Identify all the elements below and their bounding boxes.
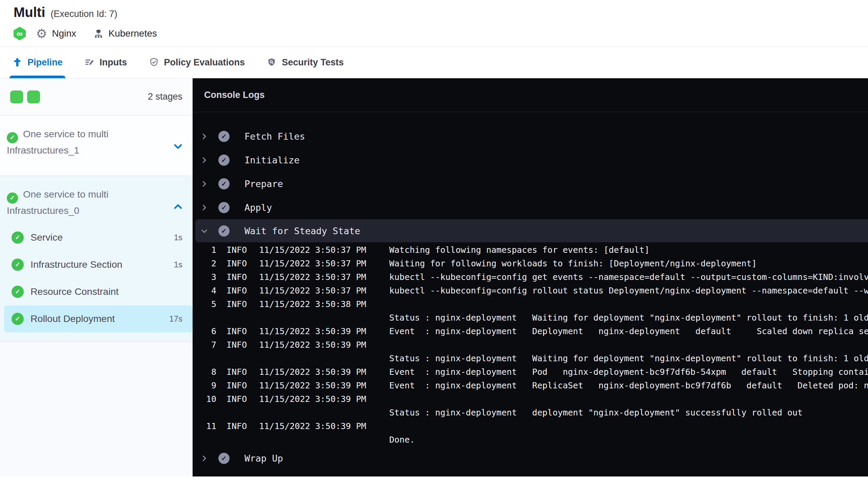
tab-security-tests[interactable]: Security Tests [267, 47, 344, 78]
policy-evaluations-icon [149, 57, 159, 67]
log-lines: 1INFO11/15/2022 3:50:37 PMWatching follo… [193, 242, 868, 446]
console-step-wrap-up[interactable]: ✓Wrap Up [193, 446, 868, 470]
console-step-prepare[interactable]: ✓Prepare [193, 172, 868, 196]
stage-status-square[interactable] [27, 90, 40, 103]
tab-label: Security Tests [282, 57, 344, 68]
main-content: 2 stages ✓One service to multi Infrastru… [0, 78, 868, 476]
step-label: Resource Constraint [31, 286, 119, 297]
infrastructure-name[interactable]: Kubernetes [108, 28, 157, 39]
sidebar-step-service[interactable]: ✓Service1s [0, 224, 193, 251]
log-level: INFO [226, 381, 248, 390]
log-line-number: 9 [193, 381, 216, 390]
log-line-number: 8 [193, 367, 216, 377]
sidebar-step-infrastructure-section[interactable]: ✓Infrastructure Section1s [0, 251, 193, 278]
chevron-right-icon[interactable] [200, 156, 210, 164]
check-circle-icon: ✓ [218, 225, 230, 237]
log-message: Status : nginx-deployment Waiting for de… [389, 313, 868, 323]
stages-sidebar: 2 stages ✓One service to multi Infrastru… [0, 78, 193, 476]
log-line: 7INFO11/15/2022 3:50:39 PM [193, 338, 868, 351]
log-line-number: 5 [193, 299, 216, 309]
tab-pipeline[interactable]: Pipeline [12, 47, 63, 78]
check-circle-icon: ✓ [218, 178, 230, 189]
chevron-down-icon[interactable] [172, 141, 184, 152]
log-line: 6INFO11/15/2022 3:50:39 PMEvent : nginx-… [193, 324, 868, 338]
sidebar-empty-area [0, 342, 193, 477]
log-timestamp: 11/15/2022 3:50:37 PM [259, 286, 368, 296]
chevron-right-icon[interactable] [200, 180, 210, 188]
pipeline-icon [12, 57, 22, 67]
service-name[interactable]: Nginx [52, 28, 76, 39]
console-body: ✓Fetch Files✓Initialize✓Prepare✓Apply✓Wa… [193, 112, 868, 470]
tab-label: Pipeline [27, 57, 63, 68]
check-circle-icon: ✓ [12, 286, 24, 298]
log-line: 2INFO11/15/2022 3:50:37 PMWaiting for fo… [193, 257, 868, 270]
harness-cd-icon: ∞ [14, 27, 26, 40]
stage-minimap [10, 90, 44, 103]
sidebar-step-rollout-deployment[interactable]: ✓Rollout Deployment17s [4, 305, 193, 332]
chevron-right-icon[interactable] [200, 203, 210, 212]
step-label: Infrastructure Section [31, 259, 122, 270]
log-level: INFO [226, 421, 248, 431]
service-gear-icon: ⚙ [36, 27, 47, 40]
check-circle-icon: ✓ [7, 192, 18, 204]
log-timestamp: 11/15/2022 3:50:39 PM [259, 340, 368, 350]
page-title: Multi [14, 5, 45, 20]
log-line-number: 11 [193, 421, 216, 431]
log-line-number: 1 [193, 245, 216, 255]
log-level: INFO [226, 299, 248, 309]
log-timestamp: 11/15/2022 3:50:39 PM [259, 394, 368, 404]
console-step-label: Wrap Up [244, 453, 283, 464]
log-timestamp: 11/15/2022 3:50:39 PM [259, 381, 368, 390]
log-timestamp: 11/15/2022 3:50:37 PM [259, 259, 368, 268]
tab-label: Inputs [100, 57, 127, 68]
log-message: kubectl --kubeconfig=config rollout stat… [389, 286, 868, 296]
step-label: Rollout Deployment [31, 313, 115, 324]
security-tests-icon [267, 57, 277, 67]
console-step-fetch-files[interactable]: ✓Fetch Files [193, 124, 868, 148]
step-duration: 1s [174, 260, 182, 269]
log-line: Done. [193, 433, 868, 446]
log-line-number: 4 [193, 286, 216, 296]
check-circle-icon: ✓ [218, 202, 230, 213]
log-line-number: 6 [193, 326, 216, 336]
stages-header: 2 stages [0, 78, 193, 116]
check-circle-icon: ✓ [7, 132, 18, 143]
log-level: INFO [226, 286, 248, 296]
chevron-down-icon[interactable] [200, 227, 210, 235]
log-message: Waiting for following workloads to finis… [389, 259, 868, 268]
log-level: INFO [226, 272, 248, 282]
log-line: 4INFO11/15/2022 3:50:37 PMkubectl --kube… [193, 284, 868, 297]
console-step-label: Prepare [244, 179, 283, 189]
log-level: INFO [226, 394, 248, 404]
console-step-wait-for-steady-state[interactable]: ✓Wait for Steady State [195, 219, 868, 242]
console-step-initialize[interactable]: ✓Initialize [193, 148, 868, 172]
stage-status-square[interactable] [10, 90, 23, 103]
check-circle-icon: ✓ [218, 131, 230, 142]
log-line: 10INFO11/15/2022 3:50:39 PM [193, 392, 868, 406]
check-circle-icon: ✓ [12, 259, 24, 271]
header: Multi (Execution Id: 7) [0, 0, 868, 20]
tab-inputs[interactable]: Inputs [84, 47, 127, 78]
infrastructure-icon [93, 28, 104, 39]
console-logs-title: Console Logs [204, 90, 265, 100]
log-timestamp: 11/15/2022 3:50:38 PM [259, 299, 368, 309]
log-timestamp: 11/15/2022 3:50:39 PM [259, 421, 368, 431]
console-step-apply[interactable]: ✓Apply [193, 196, 868, 219]
chevron-up-icon[interactable] [172, 201, 184, 212]
stage-name: One service to multi Infrastructures_0 [7, 189, 108, 216]
header-meta: ∞ ⚙ Nginx Kubernetes [14, 27, 868, 40]
log-message: Watching following namespaces for events… [389, 245, 868, 255]
chevron-right-icon[interactable] [200, 132, 210, 141]
console-step-label: Fetch Files [244, 131, 305, 142]
stage-item-one-service-to-multi-infrastructures-1[interactable]: ✓One service to multi Infrastructures_1 [0, 116, 193, 176]
stage-item-one-service-to-multi-infrastructures-0[interactable]: ✓One service to multi Infrastructures_0 [0, 176, 193, 224]
tab-policy-evaluations[interactable]: Policy Evaluations [149, 47, 245, 78]
chevron-right-icon[interactable] [200, 454, 210, 463]
log-level: INFO [226, 259, 248, 268]
log-message: Event : nginx-deployment Deployment ngin… [389, 326, 868, 336]
log-line-number: 2 [193, 259, 216, 268]
log-message: Status : nginx-deployment Waiting for de… [389, 353, 868, 363]
log-message: Done. [389, 435, 868, 445]
sidebar-step-resource-constraint[interactable]: ✓Resource Constraint [0, 278, 193, 305]
console-step-label: Initialize [244, 155, 300, 165]
